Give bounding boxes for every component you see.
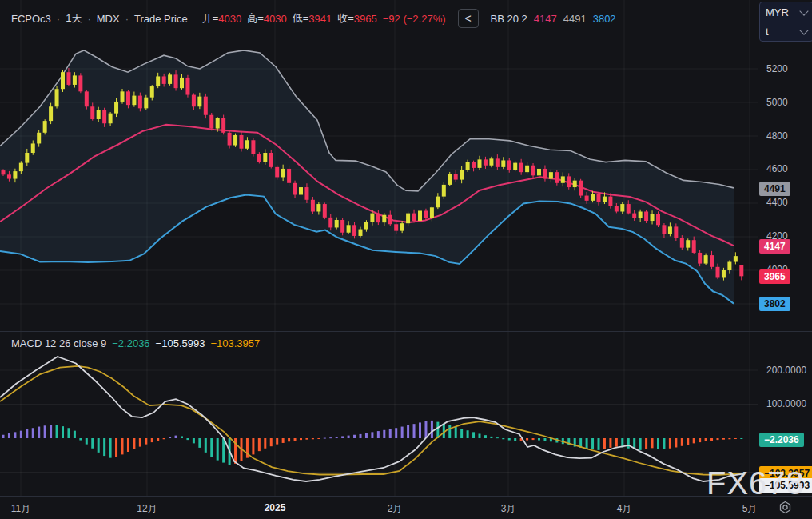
candle-body [716,267,720,278]
time-axis-label: 11月 [11,502,30,516]
macd-histogram-bar [681,438,683,446]
candle-body [228,133,232,146]
axis-price-badge: 3965 [759,269,790,284]
candle-body [55,89,59,106]
macd-histogram-bar [710,438,713,441]
macd-histogram-bar [38,427,40,438]
macd-histogram-bar [115,438,117,457]
candle-body [340,220,344,233]
candle-body [275,167,279,178]
axis-price-label: 4800 [766,130,788,142]
candle-body [311,200,315,212]
candle-body [97,110,101,119]
candle-body [739,265,743,277]
candle-body [680,238,684,248]
candle-body [662,225,666,234]
macd-histogram-bar [312,438,314,439]
macd-histogram-bar [79,438,82,441]
macd-histogram-bar [609,438,611,448]
candle-body [543,169,547,179]
macd-histogram-bar [109,438,112,458]
macd-histogram-bar [460,429,463,438]
candle-body [620,204,624,211]
candle-body [25,153,29,163]
macd-histogram-bar [717,438,719,440]
collapse-legend-button[interactable]: < [458,9,479,28]
candle-body [466,162,470,170]
macd-histogram-bar [8,433,10,438]
candle-body [150,86,154,98]
low-value: 3941 [308,13,332,25]
macd-histogram-bar [175,436,177,438]
time-axis-label: 4月 [617,502,632,516]
candle-body [555,172,559,183]
chart-canvas[interactable] [0,0,758,496]
macd-histogram-bar [639,438,642,450]
macd-histogram-bar [663,438,665,449]
interval-label[interactable]: 1天 [66,11,82,26]
candle-body [31,143,35,153]
candle-body [162,76,166,83]
candle-body [114,102,118,114]
macd-histogram-bar [395,428,397,438]
macd-histogram-bar [657,438,659,449]
candle-body [561,176,565,182]
candle-body [257,154,261,162]
macd-histogram-bar [62,426,64,438]
close-value: 3965 [354,13,377,25]
macd-histogram-bar [538,438,540,441]
bb-title: BB 20 2 [491,13,527,25]
candle-body [221,118,225,133]
candle-body [174,74,178,88]
candle-body [460,170,464,180]
macd-histogram-bar [67,428,70,438]
macd-histogram-bar [217,438,219,461]
candle-body [454,174,458,179]
symbol-name[interactable]: FCPOc3 [11,13,51,25]
time-axis[interactable]: 11月12月20252月3月4月5月 [0,496,812,519]
candle-body [704,255,708,264]
candle-body [144,98,148,109]
unit-dropdown[interactable]: t [760,22,812,41]
candle-body [603,197,607,202]
bb-legend[interactable]: BB 20 2 4147 4491 3802 [491,13,616,25]
candle-body [347,225,351,232]
separator-dot: · [87,13,90,25]
macd-histogram-bar [139,438,141,447]
axis-price-badge: 4147 [759,239,790,254]
currency-dropdown[interactable]: MYR [760,2,812,22]
candle-body [233,135,237,146]
time-axis-label: 5月 [742,502,758,516]
candle-body [185,78,189,95]
candle-body [436,197,440,208]
macd-histogram-bar [157,438,159,441]
candle-body [37,133,41,144]
candle-body [496,158,500,167]
macd-histogram-bar [205,438,207,453]
pane-separator[interactable] [0,331,812,332]
macd-histogram-bar [198,438,201,448]
macd-histogram-bar [693,438,695,443]
macd-histogram-bar [407,425,409,438]
macd-histogram-bar [424,421,427,438]
macd-histogram-bar [74,431,76,438]
candle-body [293,183,297,195]
macd-histogram-bar [448,425,451,438]
macd-histogram-bar [353,435,356,438]
macd-histogram-bar [163,438,165,439]
macd-histogram-bar [186,438,189,440]
candle-body [424,210,428,218]
candle-body [13,171,17,178]
macd-histogram-bar [56,425,58,438]
candle-body [323,204,327,218]
candle-body [102,110,106,123]
time-axis-label: 3月 [501,502,516,516]
price-axis[interactable]: 5200500048004600440042004000200.0000100.… [758,0,812,519]
macd-histogram-bar [181,436,183,438]
fx678-watermark: FX678 [707,465,805,501]
macd-histogram-bar [669,438,671,449]
exchange-label: MDX [97,13,120,25]
macd-legend[interactable]: MACD 12 26 close 9 −2.2036 −105.5993 −10… [11,337,260,349]
candle-body [722,270,726,277]
candle-body [698,253,702,264]
